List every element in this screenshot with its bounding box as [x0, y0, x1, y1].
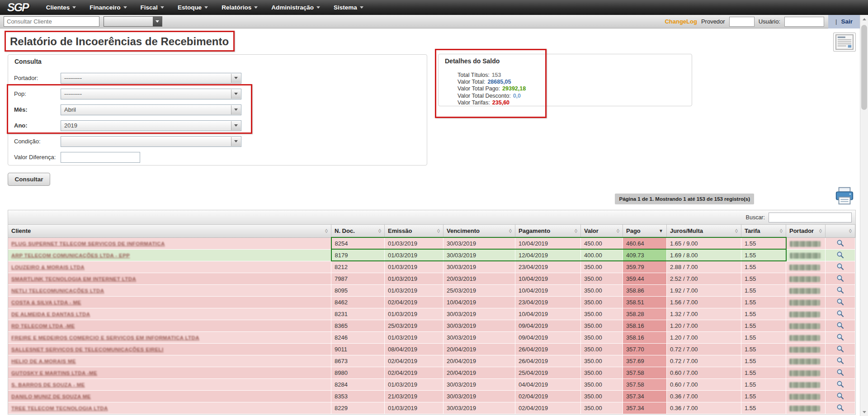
- cell-cliente: ARP TELECOM COMUNICAÇÕES LTDA - EPP: [8, 249, 331, 261]
- scroll-down-button[interactable]: [860, 408, 868, 416]
- report-shortcut-button[interactable]: [833, 33, 856, 52]
- portador-redacted-value: [789, 323, 820, 329]
- magnifier-icon[interactable]: [836, 392, 844, 400]
- portador-redacted-value: [789, 335, 820, 341]
- cliente-link[interactable]: NETLI TELECOMUNICAÇÕES LTDA: [11, 288, 104, 293]
- cell-tarifa: 1.55: [741, 273, 786, 284]
- sair-link[interactable]: Sair: [841, 18, 853, 25]
- cell-vencimento: 30/03/2019: [443, 249, 515, 261]
- col-header-valor[interactable]: Valor◊: [581, 225, 623, 237]
- select-mes[interactable]: Abril: [61, 104, 241, 115]
- cell-cliente: SMARTLINK TECNOLOGIA EM INTERNET LTDA: [8, 273, 331, 284]
- nav-menu-relatorios[interactable]: Relatórios: [215, 0, 264, 15]
- pagination-status: Página 1 de 1. Mostrando 1 até 153 de 15…: [615, 194, 754, 204]
- cliente-link[interactable]: SMARTLINK TECNOLOGIA EM INTERNET LTDA: [11, 276, 136, 282]
- consultar-button[interactable]: Consultar: [8, 173, 50, 186]
- print-button[interactable]: [834, 185, 855, 208]
- chevron-down-icon: [160, 6, 164, 9]
- cell-action: [826, 284, 855, 296]
- sort-icon: ◊: [437, 228, 440, 234]
- cliente-link[interactable]: FREIRE E MEDEIROS COMERCIO E SERVICOS EM…: [11, 335, 199, 340]
- cliente-link[interactable]: RD TELECOM LTDA -ME: [11, 323, 75, 329]
- magnifier-icon[interactable]: [836, 380, 844, 388]
- cell-vencimento: 30/03/2019: [443, 320, 515, 331]
- scroll-up-button[interactable]: [860, 15, 868, 23]
- cell-juros: 0.36 / 7.00: [667, 390, 741, 402]
- cliente-link[interactable]: DE ALMEIDA E DANTAS LTDA: [11, 312, 90, 317]
- col-header-n-doc[interactable]: N. Doc.◊: [331, 225, 385, 237]
- cell-emissao: 01/03/2019: [385, 284, 443, 296]
- select-portador[interactable]: ---------: [61, 73, 241, 84]
- col-header-portador[interactable]: Portador◊: [786, 225, 826, 237]
- buscar-input[interactable]: [769, 213, 852, 222]
- col-header-pagamento[interactable]: Pagamento◊: [515, 225, 581, 237]
- field-label-ano: Ano:: [14, 122, 61, 129]
- cliente-link[interactable]: ARP TELECOM COMUNICAÇÕES LTDA - EPP: [11, 253, 130, 258]
- select-pop[interactable]: ---------: [61, 89, 241, 99]
- col-header-tarifa[interactable]: Tarifa◊: [741, 225, 786, 237]
- nav-menu-sistema[interactable]: Sistema: [327, 0, 370, 15]
- saldo-title: Detalhes do Saldo: [445, 57, 500, 65]
- provedor-input[interactable]: [729, 17, 755, 27]
- cell-valor: 350.00: [581, 308, 623, 320]
- magnifier-icon[interactable]: [836, 239, 844, 247]
- cell-emissao: 08/04/2019: [385, 343, 443, 355]
- saldo-line-label: Valor Total Pago:: [458, 85, 500, 92]
- usuario-input[interactable]: [784, 17, 824, 27]
- magnifier-icon[interactable]: [836, 298, 844, 306]
- cliente-link[interactable]: HELIO DE A.MORAIS ME: [11, 359, 76, 364]
- select-ano[interactable]: 2019: [61, 120, 241, 131]
- magnifier-icon[interactable]: [836, 404, 844, 412]
- magnifier-icon[interactable]: [836, 333, 844, 341]
- col-header-cliente[interactable]: Cliente◊: [8, 225, 331, 237]
- cell-juros: 0.72 / 7.00: [667, 355, 741, 367]
- sub-toolbar: ChangeLog Provedor Usuário: | Sair: [0, 15, 868, 28]
- magnifier-icon[interactable]: [836, 369, 844, 377]
- cell-pago: 357.34: [623, 402, 667, 414]
- changelog-link[interactable]: ChangeLog: [665, 18, 697, 25]
- nav-menu-fiscal[interactable]: Fiscal: [134, 0, 171, 15]
- cliente-link[interactable]: PLUG SUPERNET TELECOM SERVICOS DE INFORM…: [11, 241, 165, 246]
- col-header-label: Cliente: [11, 227, 31, 234]
- cell-pagamento: 26/04/2019: [515, 355, 581, 367]
- sort-icon: ◊: [325, 228, 328, 234]
- magnifier-icon[interactable]: [836, 263, 844, 271]
- magnifier-icon[interactable]: [836, 321, 844, 330]
- scrollbar-thumb[interactable]: [861, 25, 867, 110]
- col-header-actions[interactable]: ◊: [826, 225, 855, 237]
- magnifier-icon[interactable]: [836, 274, 844, 283]
- cliente-link[interactable]: LOUZEIRO & MORAIS LTDA: [11, 265, 85, 270]
- magnifier-icon[interactable]: [836, 286, 844, 294]
- cell-doc: 8229: [331, 402, 385, 414]
- nav-menu-clientes[interactable]: Clientes: [39, 0, 83, 15]
- cliente-link[interactable]: TREE TELECOM TECNOLOGIA LTDA: [11, 406, 108, 411]
- cell-doc: 8284: [331, 378, 385, 390]
- cell-action: [826, 249, 855, 261]
- magnifier-icon[interactable]: [836, 345, 844, 353]
- client-type-select[interactable]: [104, 16, 162, 27]
- cliente-link[interactable]: GUTOSKY E MARTINS LTDA -ME: [11, 370, 97, 376]
- col-header-vencimento[interactable]: Vencimento◊: [443, 225, 515, 237]
- cliente-link[interactable]: SALLESNET SERVICOS DE TELECOMUNICAÇÕES E…: [11, 347, 164, 352]
- col-header-juros-multa[interactable]: Juros/Multa◊: [667, 225, 741, 237]
- input-valor-diferenca[interactable]: [61, 152, 140, 163]
- consultar-cliente-input[interactable]: [4, 16, 99, 27]
- nav-menu-financeiro[interactable]: Financeiro: [83, 0, 133, 15]
- magnifier-icon[interactable]: [836, 251, 844, 259]
- col-header-pago[interactable]: Pago▼: [623, 225, 667, 237]
- cliente-link[interactable]: DANILO MUNIZ DE SOUZA ME: [11, 394, 91, 399]
- cliente-link[interactable]: COSTA & SILVA LTDA - ME: [11, 300, 81, 305]
- nav-menu-administracao[interactable]: Administração: [264, 0, 327, 15]
- col-header-label: N. Doc.: [335, 227, 355, 234]
- magnifier-icon[interactable]: [836, 357, 844, 365]
- select-condicao[interactable]: [61, 136, 241, 147]
- magnifier-icon[interactable]: [836, 310, 844, 318]
- col-header-emissao[interactable]: Emissão◊: [385, 225, 443, 237]
- cliente-link[interactable]: S. BARROS DE SOUZA - ME: [11, 382, 85, 388]
- nav-menu-estoque[interactable]: Estoque: [171, 0, 215, 15]
- cell-pagamento: 10/04/2019: [515, 284, 581, 296]
- divider: |: [835, 18, 837, 25]
- cell-portador: [786, 261, 826, 273]
- cell-doc: 8246: [331, 331, 385, 343]
- vertical-scrollbar[interactable]: [860, 15, 868, 416]
